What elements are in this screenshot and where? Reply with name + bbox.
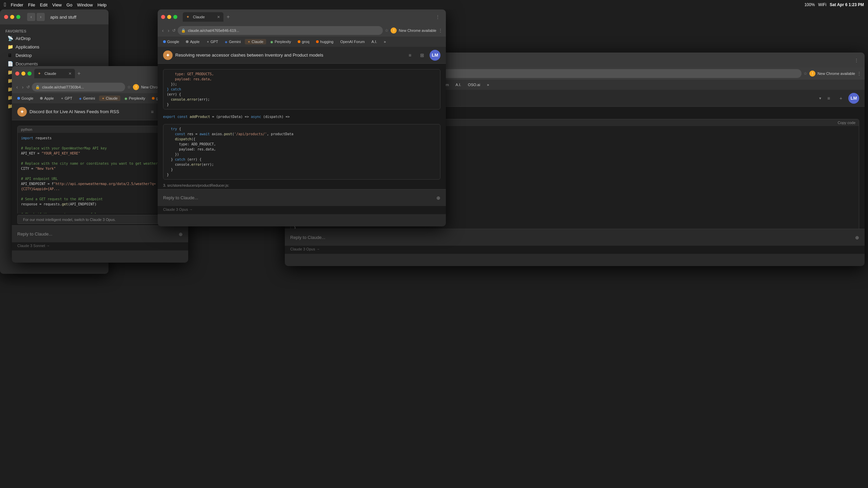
menu-finder[interactable]: Finder — [11, 2, 23, 7]
wifi-icon[interactable]: WiFi — [818, 2, 826, 7]
bm-ai-right[interactable]: A.I. — [453, 82, 464, 87]
forward-button[interactable]: › — [37, 13, 45, 21]
reply-input-discord[interactable]: Reply to Claude... — [17, 231, 176, 237]
back-button[interactable]: ‹ — [27, 13, 35, 21]
reply-area-right: Reply to Claude... ⊕ — [285, 229, 865, 246]
new-chat-btn-right[interactable]: + — [836, 94, 846, 103]
bm-gemini-discord[interactable]: ◈ Gemini — [76, 96, 98, 101]
sidebar-item-label-airdrop: AirDrop — [16, 36, 31, 41]
code-block-mid-2: try { const res = await axios.post('/api… — [163, 124, 440, 180]
claude-logo-discord: ✦ — [17, 107, 27, 117]
new-chrome-label-mid: New Chrome available — [399, 28, 436, 33]
reply-input-mid[interactable]: Reply to Claude... — [163, 195, 434, 200]
bm-more-right[interactable]: » — [484, 82, 492, 87]
user-avatar-mid[interactable]: LM — [430, 50, 440, 61]
menu-help[interactable]: Help — [98, 2, 107, 7]
bookmark-more-mid[interactable]: » — [381, 39, 389, 44]
menu-file[interactable]: File — [28, 2, 35, 7]
tab-claude-mid[interactable]: ✦ Claude ✕ — [183, 12, 223, 22]
bookmark-openai-mid[interactable]: OpenAI Forum — [337, 39, 367, 44]
sidebar-item-desktop[interactable]: 🖥 Desktop — [2, 51, 106, 59]
tab-title-discord: Claude — [44, 72, 66, 76]
bm-oso-right[interactable]: OSO.ai — [465, 82, 483, 87]
chat-scroll-mid[interactable]: type: GET_PRODUCTS, payload: res.data, }… — [158, 64, 446, 189]
window-opts-right[interactable]: ⋮ — [854, 58, 859, 63]
lock-icon-mid: 🔒 — [181, 28, 186, 33]
system-time: Sat Apr 6 1:23 PM — [830, 2, 864, 7]
battery-icon[interactable]: 100% — [804, 2, 815, 7]
bookmark-hugging-mid[interactable]: hugging — [313, 39, 336, 44]
bookmark-claude-mid[interactable]: ✦ Claude — [245, 39, 266, 44]
attach-btn-right[interactable]: ⊕ — [855, 235, 859, 240]
more-options-mid[interactable]: ⋮ — [438, 28, 442, 33]
minimize-btn-mid[interactable] — [167, 15, 171, 19]
model-indicator-right[interactable]: Claude 3 Opus → — [285, 246, 865, 254]
bookmark-ai-mid[interactable]: A.I. — [369, 39, 380, 44]
bookmark-google-mid[interactable]: Google — [160, 39, 182, 44]
export-line-mid: export const addProduct = (productData) … — [158, 112, 446, 121]
close-button[interactable] — [4, 15, 8, 19]
apple-menu[interactable]:  — [4, 2, 6, 8]
menu-go[interactable]: Go — [66, 2, 72, 7]
menu-window[interactable]: Window — [77, 2, 93, 7]
forward-arrow-mid[interactable]: › — [167, 28, 171, 33]
model-indicator-discord[interactable]: Claude 3 Sonnet → — [12, 242, 188, 250]
copy-btn-right[interactable]: Copy code — [837, 121, 855, 125]
minimize-btn-discord[interactable] — [21, 72, 25, 76]
menubar:  Finder File Edit View Go Window Help 1… — [0, 0, 868, 9]
menu-edit[interactable]: Edit — [40, 2, 47, 7]
attach-btn-discord[interactable]: ⊕ — [179, 231, 183, 237]
url-bar-discord[interactable]: 🔒 claude.ai/chat/77303b4... — [32, 83, 125, 92]
close-btn-mid[interactable] — [161, 15, 165, 19]
star-discord[interactable]: ☆ — [127, 85, 131, 89]
settings-btn-right[interactable]: ≡ — [824, 94, 833, 103]
reload-discord[interactable]: ↺ — [26, 85, 30, 89]
bookmark-groq-mid[interactable]: groq — [295, 39, 312, 44]
reply-input-right[interactable]: Reply to Claude... — [290, 235, 852, 240]
sidebar-item-airdrop[interactable]: 📡 AirDrop — [2, 34, 106, 42]
maximize-btn-mid[interactable] — [173, 15, 177, 19]
new-tab-button-mid[interactable]: + — [224, 13, 232, 21]
forward-discord[interactable]: › — [21, 84, 25, 90]
back-discord[interactable]: ‹ — [15, 84, 19, 90]
new-chrome-indicator-right: ! — [809, 70, 815, 77]
bm-google-discord[interactable]: Google — [15, 96, 36, 101]
expand-btn-mid[interactable]: ⊞ — [417, 50, 427, 60]
maximize-button[interactable] — [16, 15, 20, 19]
bm-perplexity-discord[interactable]: ◉ Perplexity — [122, 96, 148, 101]
bookmark-perplexity-mid[interactable]: ◉ Perplexity — [268, 39, 294, 44]
bookmark-gemini-mid[interactable]: ◈ Gemini — [222, 39, 243, 44]
window-options-mid[interactable]: ⋮ — [436, 15, 440, 19]
url-bar-mid[interactable]: 🔒 claude.ai/chat/4765e846-619... — [178, 26, 383, 35]
chat-title-chevron[interactable]: ▾ — [819, 96, 821, 101]
sidebar-item-applications[interactable]: 📁 Applications — [2, 43, 106, 51]
traffic-lights-discord — [15, 72, 32, 76]
bm-claude-discord[interactable]: ✦ Claude — [99, 96, 120, 101]
url-text-discord: claude.ai/chat/77303b4... — [42, 85, 122, 89]
more-opts-right[interactable]: ⋮ — [857, 71, 861, 76]
model-indicator-mid[interactable]: Claude 3 Opus → — [158, 206, 446, 214]
tab-close-mid[interactable]: ✕ — [217, 15, 220, 19]
bm-gpt-discord[interactable]: ✦ GPT — [58, 96, 75, 101]
tab-close-discord[interactable]: ✕ — [68, 72, 72, 76]
maximize-btn-discord[interactable] — [27, 72, 32, 76]
back-arrow-mid[interactable]: ‹ — [161, 28, 165, 33]
close-btn-discord[interactable] — [15, 72, 19, 76]
attach-btn-mid[interactable]: ⊕ — [436, 195, 440, 201]
reload-btn-mid[interactable]: ↺ — [172, 28, 176, 33]
menu-view[interactable]: View — [52, 2, 62, 7]
tab-discord[interactable]: ✦ Claude ✕ — [34, 69, 75, 78]
traffic-lights — [4, 15, 20, 19]
tab-title-mid: Claude — [193, 15, 215, 19]
user-avatar-right[interactable]: LM — [848, 93, 859, 104]
lock-icon-discord: 🔒 — [35, 85, 40, 89]
bookmark-apple-mid[interactable]: Apple — [183, 39, 202, 44]
settings-btn-mid[interactable]: ≡ — [405, 50, 415, 60]
minimize-button[interactable] — [10, 15, 14, 19]
star-right[interactable]: ☆ — [804, 71, 807, 76]
star-icon-mid[interactable]: ☆ — [385, 28, 389, 33]
new-tab-btn-discord[interactable]: + — [75, 69, 83, 78]
settings-btn-discord[interactable]: ≡ — [147, 107, 157, 117]
bookmark-gpt-mid[interactable]: ✦ GPT — [204, 39, 221, 44]
bm-apple-discord[interactable]: Apple — [37, 96, 56, 101]
